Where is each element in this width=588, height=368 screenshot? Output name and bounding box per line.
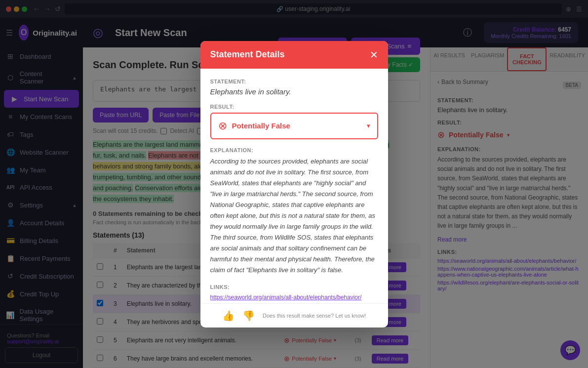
modal-result-text: Potentially False xyxy=(232,122,362,130)
modal-close-button[interactable]: ✕ xyxy=(370,49,378,61)
modal-feedback: 👍 👎 Does this result make sense? Let us … xyxy=(200,303,388,327)
feedback-text: Does this result make sense? Let us know… xyxy=(263,313,366,319)
thumbs-up-button[interactable]: 👍 xyxy=(222,310,235,322)
modal-chevron-icon: ▾ xyxy=(367,122,370,129)
modal-link-1[interactable]: https://seaworld.org/animals/all-about/e… xyxy=(210,294,378,301)
modal-statement-text: Elephants live in solitary. xyxy=(210,87,378,96)
modal-result-label: RESULT: xyxy=(210,104,378,110)
modal-explanation-label: EXPLANATION: xyxy=(210,147,378,153)
modal-header: Statement Details ✕ xyxy=(200,41,388,69)
modal-statement-label: STATEMENT: xyxy=(210,79,378,84)
modal-explanation-text: According to the sources provided, eleph… xyxy=(210,156,378,276)
statement-details-modal: Statement Details ✕ STATEMENT: Elephants… xyxy=(200,41,388,327)
modal-links-label: LINKS: xyxy=(210,284,378,290)
modal-title: Statement Details xyxy=(210,49,285,60)
modal-overlay: Statement Details ✕ STATEMENT: Elephants… xyxy=(0,0,588,368)
modal-body: STATEMENT: Elephants live in solitary. R… xyxy=(200,69,388,303)
thumbs-down-button[interactable]: 👎 xyxy=(242,310,255,322)
modal-x-icon: ⊗ xyxy=(218,120,227,132)
modal-result-box: ⊗ Potentially False ▾ xyxy=(210,113,378,139)
